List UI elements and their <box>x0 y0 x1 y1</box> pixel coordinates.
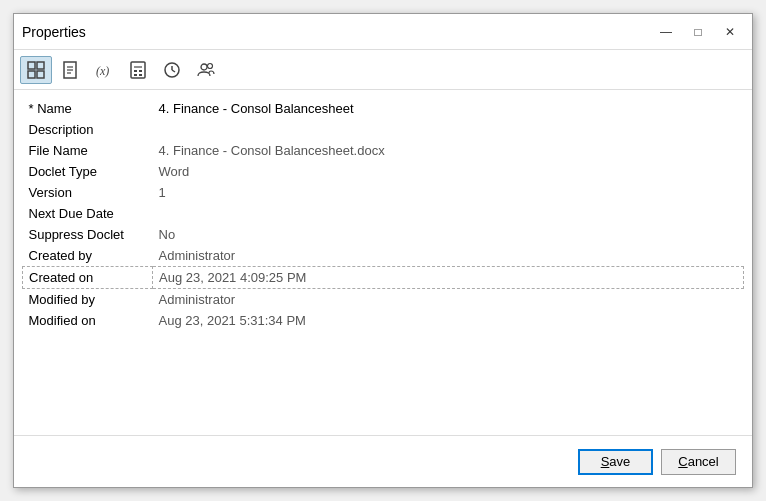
property-value: Aug 23, 2021 5:31:34 PM <box>153 310 744 331</box>
property-label: Description <box>23 119 153 140</box>
property-value <box>153 203 744 224</box>
property-value: 4. Finance - Consol Balancesheet.docx <box>153 140 744 161</box>
properties-table: * Name4. Finance - Consol BalancesheetDe… <box>22 98 744 331</box>
minimize-button[interactable]: — <box>652 21 680 43</box>
clock-icon <box>163 61 181 79</box>
property-value: 1 <box>153 182 744 203</box>
toolbar-permissions-button[interactable] <box>190 56 222 84</box>
svg-rect-14 <box>139 74 142 76</box>
properties-window: Properties — □ ✕ (x) <box>13 13 753 488</box>
save-underline: S <box>601 454 610 469</box>
svg-rect-2 <box>28 71 35 78</box>
title-bar: Properties — □ ✕ <box>14 14 752 50</box>
footer: Save Cancel <box>14 435 752 487</box>
toolbar-calc-button[interactable] <box>122 56 154 84</box>
property-value: 4. Finance - Consol Balancesheet <box>153 98 744 119</box>
property-label: Doclet Type <box>23 161 153 182</box>
toolbar: (x) <box>14 50 752 90</box>
save-button[interactable]: Save <box>578 449 653 475</box>
toolbar-general-button[interactable] <box>20 56 52 84</box>
cancel-label: Cancel <box>678 454 718 469</box>
svg-rect-9 <box>131 62 145 78</box>
content-area: * Name4. Finance - Consol BalancesheetDe… <box>14 90 752 435</box>
svg-point-18 <box>201 64 207 70</box>
svg-rect-11 <box>134 70 137 72</box>
variables-icon: (x) <box>95 61 113 79</box>
people-icon <box>197 61 215 79</box>
svg-rect-12 <box>139 70 142 72</box>
cancel-underline: C <box>678 454 687 469</box>
property-label: Version <box>23 182 153 203</box>
property-value: Aug 23, 2021 4:09:25 PM <box>153 267 744 289</box>
svg-line-17 <box>172 70 175 72</box>
svg-rect-0 <box>28 62 35 69</box>
cancel-button[interactable]: Cancel <box>661 449 736 475</box>
svg-rect-3 <box>37 71 44 78</box>
maximize-button[interactable]: □ <box>684 21 712 43</box>
property-value: No <box>153 224 744 245</box>
toolbar-document-button[interactable] <box>54 56 86 84</box>
property-value: Administrator <box>153 245 744 267</box>
svg-point-19 <box>208 63 213 68</box>
property-label: Modified by <box>23 289 153 311</box>
general-icon <box>27 61 45 79</box>
window-title: Properties <box>22 24 86 40</box>
property-value: Administrator <box>153 289 744 311</box>
svg-rect-1 <box>37 62 44 69</box>
property-label: Modified on <box>23 310 153 331</box>
window-controls: — □ ✕ <box>652 21 744 43</box>
document-icon <box>61 61 79 79</box>
svg-text:(x): (x) <box>96 64 109 78</box>
property-value <box>153 119 744 140</box>
close-button[interactable]: ✕ <box>716 21 744 43</box>
property-label: * Name <box>23 98 153 119</box>
property-label: File Name <box>23 140 153 161</box>
calc-icon <box>129 61 147 79</box>
property-label: Created by <box>23 245 153 267</box>
property-label: Suppress Doclet <box>23 224 153 245</box>
toolbar-schedule-button[interactable] <box>156 56 188 84</box>
property-value: Word <box>153 161 744 182</box>
toolbar-variables-button[interactable]: (x) <box>88 56 120 84</box>
property-label: Created on <box>23 267 153 289</box>
property-label: Next Due Date <box>23 203 153 224</box>
svg-rect-13 <box>134 74 137 76</box>
save-label: Save <box>601 454 631 469</box>
